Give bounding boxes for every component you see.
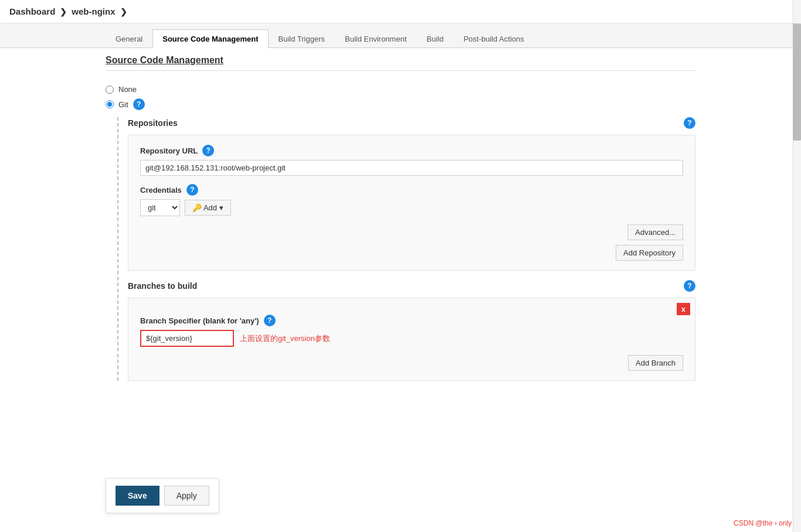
radio-git[interactable]: Git ? (106, 98, 695, 110)
branches-label: Branches to build (128, 281, 197, 291)
bottom-spacer (106, 390, 695, 461)
repo-url-field: Repository URL ? (140, 145, 683, 176)
branches-section: Branches to build ? x Branch Specifier (… (128, 280, 695, 381)
repo-actions-row: Advanced... Add Repository (140, 224, 683, 261)
apply-button[interactable]: Apply (164, 486, 209, 506)
branch-annotation: 上面设置的git_version参数 (240, 333, 330, 344)
remove-branch-button[interactable]: x (677, 303, 690, 315)
section-title: Source Code Management (106, 48, 695, 71)
credentials-help-icon[interactable]: ? (186, 184, 198, 196)
breadcrumb-arrow-1: ❯ (60, 7, 67, 16)
breadcrumb-project[interactable]: web-nginx (72, 6, 115, 16)
branches-help-icon[interactable]: ? (684, 280, 695, 292)
branch-specifier-help-icon[interactable]: ? (264, 315, 276, 326)
radio-none-label: None (118, 85, 137, 94)
tab-source-code-management[interactable]: Source Code Management (152, 29, 268, 48)
repo-url-label: Repository URL (140, 146, 198, 155)
breadcrumb-arrow-2: ❯ (120, 7, 127, 16)
tab-build[interactable]: Build (417, 29, 454, 48)
tab-general[interactable]: General (106, 29, 152, 48)
save-button[interactable]: Save (116, 486, 159, 506)
breadcrumb: Dashboard ❯ web-nginx ❯ (0, 0, 801, 23)
repositories-header: Repositories ? (128, 117, 695, 129)
scrollbar[interactable] (793, 0, 801, 532)
repositories-help-icon[interactable]: ? (684, 117, 695, 129)
repo-url-help-icon[interactable]: ? (202, 145, 214, 156)
bottom-bar: Save Apply (106, 478, 219, 513)
branch-specifier-label: Branch Specifier (blank for 'any') (140, 316, 259, 325)
add-branch-button[interactable]: Add Branch (628, 355, 683, 371)
branch-input-row: 上面设置的git_version参数 (140, 330, 683, 347)
watermark: CSDN @the › only (734, 519, 792, 527)
branch-specifier-input[interactable] (140, 330, 234, 347)
branch-specifier-field: Branch Specifier (blank for 'any') ? 上面设… (140, 315, 683, 347)
repositories-label: Repositories (128, 118, 178, 128)
add-branch-row: Add Branch (140, 355, 683, 371)
breadcrumb-dashboard[interactable]: Dashboard (9, 6, 55, 16)
scm-radio-group: None Git ? (106, 78, 695, 117)
branches-header: Branches to build ? (128, 280, 695, 292)
credentials-select[interactable]: git (140, 199, 180, 216)
tab-build-environment[interactable]: Build Environment (335, 29, 417, 48)
add-repository-button[interactable]: Add Repository (616, 245, 683, 261)
advanced-button[interactable]: Advanced... (627, 224, 683, 240)
credentials-label: Credentials (140, 186, 182, 195)
repositories-panel: Repository URL ? Credentials ? (128, 135, 695, 271)
tab-build-triggers[interactable]: Build Triggers (269, 29, 335, 48)
credentials-row: git 🔑 Add ▾ (140, 199, 683, 216)
radio-none[interactable]: None (106, 85, 695, 94)
branches-panel: x Branch Specifier (blank for 'any') ? 上… (128, 298, 695, 381)
repo-url-input-wrapper (140, 160, 683, 176)
scrollbar-thumb[interactable] (793, 23, 801, 141)
add-credentials-button[interactable]: 🔑 Add ▾ (185, 200, 231, 216)
credentials-field: Credentials ? git 🔑 Add ▾ (140, 184, 683, 216)
tab-post-build-actions[interactable]: Post-build Actions (453, 29, 534, 48)
radio-git-label: Git (118, 100, 128, 109)
git-section: Repositories ? Repository URL ? (117, 117, 695, 381)
page-wrapper: Dashboard ❯ web-nginx ❯ General Source C… (0, 0, 801, 532)
git-help-icon[interactable]: ? (133, 98, 145, 110)
main-content: Source Code Management None Git ? Reposi… (0, 48, 801, 532)
tabs-bar: General Source Code Management Build Tri… (0, 23, 801, 48)
repo-url-input[interactable] (140, 160, 683, 176)
